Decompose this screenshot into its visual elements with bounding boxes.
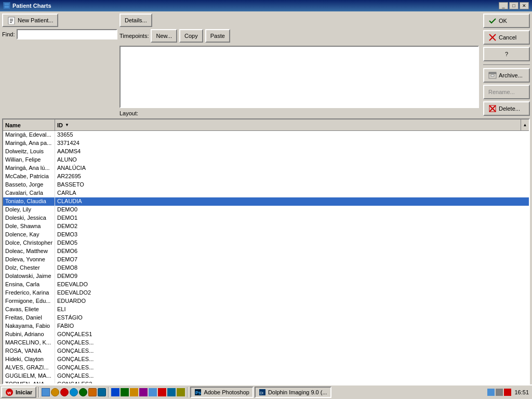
cell-name: Maringá, Edeval... <box>3 131 55 139</box>
list-row[interactable]: GUGLIELM, MA... GONÇALES... <box>3 372 529 380</box>
cell-id: DEMO1 <box>55 214 529 222</box>
list-row[interactable]: Doleski, Jessica DEMO1 <box>3 214 529 222</box>
cell-id: DEMO9 <box>55 272 529 281</box>
list-row[interactable]: Maringá, Edeval... 33655 <box>3 131 529 139</box>
list-row[interactable]: Doleva, Yvonne DEMO7 <box>3 256 529 264</box>
cell-id: ALUNO <box>55 156 529 164</box>
cell-name: Doleski, Jessica <box>3 214 55 222</box>
taskbar-icon-2[interactable] <box>51 388 59 396</box>
ok-button[interactable]: OK <box>483 14 530 28</box>
dolphin-imaging-taskbar-btn[interactable]: DI Dolphin Imaging 9.0 (... <box>255 387 331 398</box>
list-row[interactable]: ALVES, GRAZI... GONÇALES... <box>3 364 529 372</box>
title-bar: Patient Charts _ □ ✕ <box>0 0 532 11</box>
list-row[interactable]: ROSA, VANIA GONÇALES... <box>3 347 529 355</box>
taskbar-icon-14[interactable] <box>177 388 185 396</box>
cell-id: DEMO2 <box>55 222 529 231</box>
main-window: New Patient... Find: Details... Timepoin… <box>0 11 532 399</box>
list-row[interactable]: Ensina, Carla EDEVALDO <box>3 281 529 289</box>
taskbar-icon-11[interactable] <box>149 388 157 396</box>
question-button[interactable]: ? <box>483 47 530 61</box>
list-row[interactable]: Doley, Lily DEMO0 <box>3 206 529 214</box>
delete-button[interactable]: Delete... <box>483 101 530 116</box>
taskbar-icon-13[interactable] <box>167 388 176 396</box>
start-label: Iniciar <box>16 389 32 395</box>
list-row[interactable]: Maringá, Ana lú... ANALÚCIA <box>3 164 529 172</box>
cell-name: Ensina, Carla <box>3 281 55 289</box>
list-row[interactable]: Frederico, Karina EDEVALDO2 <box>3 289 529 297</box>
taskbar-separator <box>38 387 39 397</box>
taskbar-separator-3 <box>187 387 188 397</box>
list-row[interactable]: Willian, Felipe ALUNO <box>3 156 529 164</box>
action-buttons: OK Cancel ? Archive... <box>483 14 530 116</box>
column-id[interactable]: ID ▼ <box>55 119 521 130</box>
cell-id: CARLA <box>55 189 529 197</box>
tray-icon-3[interactable] <box>504 389 511 396</box>
list-row[interactable]: Nakayama, Fabio FABIO <box>3 322 529 330</box>
list-row[interactable]: TORMEN, ANA... GONÇALES2 <box>3 380 529 383</box>
list-row[interactable]: Dolz, Chester DEMO8 <box>3 264 529 272</box>
taskbar-icon-12[interactable] <box>158 388 166 396</box>
list-row[interactable]: Cavas, Eliete ELI <box>3 305 529 314</box>
close-button[interactable]: ✕ <box>520 2 529 9</box>
tray-icon-1[interactable] <box>487 389 495 396</box>
list-row[interactable]: Cavalari, Carla CARLA <box>3 189 529 197</box>
adobe-photoshop-taskbar-btn[interactable]: Ps Adobe Photoshop <box>190 387 253 398</box>
new-timepoint-button[interactable]: New... <box>151 29 177 43</box>
list-row[interactable]: Maringá, Ana pa... 3371424 <box>3 139 529 148</box>
title-bar-controls[interactable]: _ □ ✕ <box>499 2 529 9</box>
cell-id: AR22695 <box>55 172 529 181</box>
list-row[interactable]: Formigone, Edu... EDUARDO <box>3 297 529 305</box>
list-row[interactable]: MARCELINO, K... GONÇALES... <box>3 339 529 347</box>
rename-button[interactable]: Rename... <box>483 85 530 99</box>
taskbar-icon-1[interactable] <box>42 388 50 396</box>
timepoints-controls: Timepoints: New... Copy Paste <box>119 29 479 43</box>
list-row[interactable]: Doleac, Matthew DEMO6 <box>3 247 529 256</box>
list-row[interactable]: Rubini, Adriano GONÇALES1 <box>3 330 529 339</box>
taskbar-icon-5[interactable] <box>79 388 87 396</box>
list-row[interactable]: Dolweitz, Louis AADMS4 <box>3 148 529 156</box>
list-row[interactable]: Toniato, Claudia CLAUDIA <box>3 197 529 206</box>
maximize-button[interactable]: □ <box>509 2 518 9</box>
cell-id: FABIO <box>55 322 529 330</box>
cell-name: ROSA, VANIA <box>3 347 55 355</box>
list-row[interactable]: Basseto, Jorge BASSETO <box>3 181 529 189</box>
list-row[interactable]: Hideki, Clayton GONÇALES... <box>3 355 529 364</box>
taskbar-icon-6[interactable] <box>88 388 97 396</box>
column-name[interactable]: Name <box>3 119 55 130</box>
paste-timepoint-button[interactable]: Paste <box>205 29 230 43</box>
cancel-button[interactable]: Cancel <box>483 30 530 45</box>
taskbar-icon-7[interactable] <box>98 388 106 396</box>
cell-id: ANALÚCIA <box>55 164 529 172</box>
scroll-up-button[interactable]: ▲ <box>521 119 529 130</box>
taskbar-icon-9[interactable] <box>130 388 138 396</box>
list-body[interactable]: Maringá, Edeval... 33655 Maringá, Ana pa… <box>3 131 529 383</box>
list-row[interactable]: McCabe, Patricia AR22695 <box>3 172 529 181</box>
list-row[interactable]: Dolatowski, Jaime DEMO9 <box>3 272 529 281</box>
svg-text:DI: DI <box>260 391 263 395</box>
new-patient-button[interactable]: New Patient... <box>2 14 58 27</box>
clock: 16:51 <box>512 389 531 395</box>
list-row[interactable]: Dole, Shawna DEMO2 <box>3 222 529 231</box>
copy-timepoint-button[interactable]: Copy <box>179 29 203 43</box>
list-row[interactable]: Dolence, Kay DEMO3 <box>3 231 529 239</box>
taskbar-icon-3[interactable] <box>60 388 69 396</box>
list-row[interactable]: Freitas, Daniel ESTÁGIO <box>3 314 529 322</box>
minimize-button[interactable]: _ <box>499 2 508 9</box>
start-button[interactable]: W Iniciar <box>1 387 36 398</box>
taskbar-icon-8[interactable] <box>121 388 129 396</box>
taskbar-icon-4[interactable] <box>70 388 78 396</box>
cell-id: DEMO8 <box>55 264 529 272</box>
archive-button[interactable]: Archive... <box>483 68 530 83</box>
list-row[interactable]: Dolce, Christopher DEMO5 <box>3 239 529 247</box>
cell-id: GONÇALES... <box>55 339 529 347</box>
find-input[interactable] <box>17 29 117 39</box>
details-button[interactable]: Details... <box>119 14 152 27</box>
taskbar-icon-network[interactable] <box>111 388 119 396</box>
tray-icon-2[interactable] <box>496 389 503 396</box>
taskbar-icon-10[interactable] <box>139 388 148 396</box>
sort-arrow-icon: ▼ <box>65 123 69 127</box>
cell-id: GONÇALES... <box>55 355 529 364</box>
new-patient-label: New Patient... <box>18 17 53 23</box>
new-timepoint-label: New... <box>156 33 172 39</box>
rename-label: Rename... <box>488 89 515 95</box>
